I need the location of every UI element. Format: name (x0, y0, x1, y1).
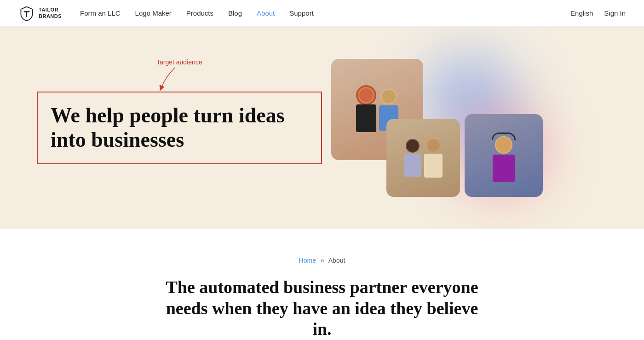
section2-headline: The automated business partner everyone … (156, 277, 488, 340)
navbar: TAILOR BRANDS Form an LLC Logo Maker Pro… (0, 0, 644, 27)
logo-icon (18, 5, 35, 22)
nav-links: Form an LLC Logo Maker Products Blog Abo… (80, 9, 570, 17)
breadcrumb-current: About (328, 257, 345, 264)
breadcrumb-home[interactable]: Home (299, 257, 316, 264)
nav-blog[interactable]: Blog (228, 9, 242, 17)
nav-about[interactable]: About (257, 9, 275, 17)
logo-text: TAILOR BRANDS (39, 7, 62, 19)
sign-in-button[interactable]: Sign In (604, 9, 626, 17)
hero-images-container (377, 54, 552, 202)
hero-headline-box: We help people turn ideas into businesse… (37, 92, 322, 164)
nav-right: English Sign In (570, 9, 626, 17)
section2: Home » About The automated business part… (0, 229, 644, 340)
target-audience-annotation: Target audience (156, 58, 202, 91)
hero-headline: We help people turn ideas into businesse… (51, 104, 308, 152)
hero-section: Target audience We help people turn idea… (0, 27, 644, 229)
nav-form-llc[interactable]: Form an LLC (80, 9, 121, 17)
nav-products[interactable]: Products (186, 9, 213, 17)
photo-card-group3 (465, 114, 543, 197)
breadcrumb: Home » About (18, 257, 626, 264)
language-selector[interactable]: English (570, 9, 593, 17)
nav-support[interactable]: Support (289, 9, 314, 17)
hero-right (322, 54, 607, 202)
logo[interactable]: TAILOR BRANDS (18, 5, 62, 22)
photo-card-group2 (386, 119, 460, 197)
annotation-arrow-svg (156, 68, 193, 91)
hero-left: Target audience We help people turn idea… (37, 92, 322, 164)
breadcrumb-separator: » (321, 257, 324, 264)
annotation-label: Target audience (156, 58, 202, 66)
nav-logo-maker[interactable]: Logo Maker (135, 9, 172, 17)
